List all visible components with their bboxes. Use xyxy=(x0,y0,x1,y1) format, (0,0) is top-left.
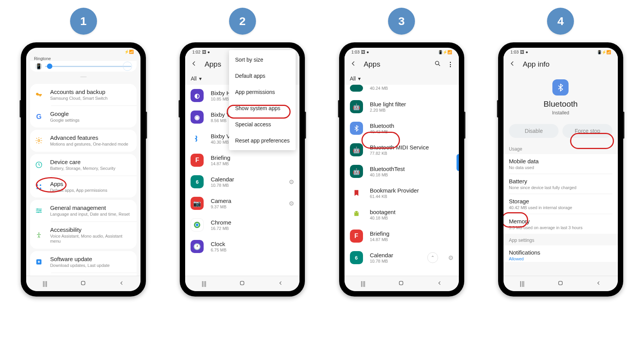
ringtone-slider[interactable]: 📳 xyxy=(30,61,137,72)
info-notifications[interactable]: NotificationsAllowed xyxy=(503,245,618,262)
svg-point-0 xyxy=(38,140,40,142)
app-bluetooth[interactable]: Bluetooth40.42 MB xyxy=(345,117,459,139)
back-icon[interactable] xyxy=(350,60,357,69)
bluetooth-icon xyxy=(552,79,569,96)
key-icon xyxy=(34,90,44,100)
svg-point-3 xyxy=(40,184,41,186)
svg-point-7 xyxy=(40,210,41,211)
device-care-icon xyxy=(34,160,44,170)
app-icon: 🤖 xyxy=(350,143,363,156)
menu-reset-app-preferences[interactable]: Reset app preferences xyxy=(229,132,296,149)
sliders-icon xyxy=(34,206,44,216)
app-icon: ◐ xyxy=(191,89,204,102)
svg-point-9 xyxy=(38,232,39,233)
phone-frame-1: ⚡📶 Ringtone 📳 — Accounts and backupSamsu… xyxy=(21,42,146,297)
nav-back[interactable] xyxy=(278,280,283,287)
nav-back[interactable] xyxy=(437,280,442,287)
svg-point-18 xyxy=(355,212,356,213)
app-icon xyxy=(191,218,204,231)
setting-accessibility[interactable]: AccessibilityVoice Assistant, Mono audio… xyxy=(51,221,137,248)
disable-button[interactable]: Disable xyxy=(509,124,559,138)
search-icon[interactable] xyxy=(434,60,441,69)
force-stop-button[interactable]: Force stop xyxy=(562,124,612,138)
phone-frame-3: 1:03🖼 ● 📳⚡📶 Apps ⋮ All ▾ 40.24 MB xyxy=(339,42,464,297)
setting-user-manual[interactable]: User manual xyxy=(51,273,137,276)
app-bluetooth-midi[interactable]: 🤖 Bluetooth MIDI Service77.82 KB xyxy=(345,139,459,161)
statusbar: ⚡📶 xyxy=(26,48,141,55)
nav-home[interactable] xyxy=(239,280,245,288)
nav-home[interactable] xyxy=(398,280,404,288)
nav-recents[interactable]: ||| xyxy=(202,280,206,287)
nav-back[interactable] xyxy=(596,280,601,287)
statusbar: 1:03🖼 ● 📳⚡📶 xyxy=(503,48,618,56)
app-camera[interactable]: 📷 Camera9.37 MB ⚙ xyxy=(185,193,299,214)
app-icon xyxy=(350,208,363,221)
svg-rect-21 xyxy=(559,281,562,285)
menu-app-permissions[interactable]: App permissions xyxy=(229,84,296,100)
step-badge-1: 1 xyxy=(70,8,97,35)
info-storage[interactable]: Storage40.42 MB used in internal storage xyxy=(503,194,618,214)
nav-recents[interactable]: ||| xyxy=(361,280,365,287)
app-icon: 🤖 xyxy=(350,165,363,178)
gear-icon[interactable]: ⚙ xyxy=(289,200,294,207)
nav-home[interactable] xyxy=(557,280,564,288)
gear-icon[interactable]: ⚙ xyxy=(289,178,294,186)
update-icon xyxy=(34,257,44,267)
menu-show-system-apps[interactable]: Show system apps xyxy=(229,100,296,116)
svg-rect-12 xyxy=(81,281,85,285)
setting-google[interactable]: G GoogleGoogle settings xyxy=(51,106,137,127)
app-icon: ◉ xyxy=(191,111,204,124)
setting-apps[interactable]: AppsDefault apps, App permissions xyxy=(51,176,137,198)
edge-panel-handle[interactable] xyxy=(457,154,459,171)
app-blue-light-filter[interactable]: 🤖 Blue light filter2.20 MB xyxy=(345,96,459,117)
app-icon: 6 xyxy=(191,175,204,188)
setting-device-care[interactable]: Device careBattery, Storage, Memory, Sec… xyxy=(30,154,137,176)
apps-icon xyxy=(34,182,44,192)
setting-software-update[interactable]: Software updateDownload updates, Last up… xyxy=(30,251,137,273)
app-partial[interactable]: 40.24 MB xyxy=(345,85,459,96)
app-calendar[interactable]: 6 Calendar10.78 MB ⌃ ⚙ xyxy=(345,247,459,268)
nav-home[interactable] xyxy=(80,280,86,288)
app-chrome[interactable]: Chrome16.72 MB xyxy=(185,214,299,236)
nav-recents[interactable]: ||| xyxy=(43,280,47,287)
statusbar: 1:03🖼 ● 📳⚡📶 xyxy=(345,48,459,56)
setting-advanced-features[interactable]: Advanced featuresMotions and gestures, O… xyxy=(30,130,137,151)
scroll-top-button[interactable]: ⌃ xyxy=(427,252,438,263)
install-status: Installed xyxy=(503,110,618,116)
setting-general-management[interactable]: General managementLanguage and input, Da… xyxy=(30,200,137,221)
app-icon xyxy=(191,132,204,145)
usage-header: Usage xyxy=(503,142,618,154)
app-icon xyxy=(350,85,363,92)
info-memory[interactable]: Memory5.3 MB used on average in last 3 h… xyxy=(503,214,618,234)
gear-icon[interactable]: ⚙ xyxy=(448,254,453,261)
app-settings-header: App settings xyxy=(503,234,618,245)
svg-point-5 xyxy=(40,188,41,189)
menu-default-apps[interactable]: Default apps xyxy=(229,68,296,84)
app-briefing[interactable]: F Briefing14.87 MB xyxy=(345,225,459,247)
app-icon: 6 xyxy=(350,251,363,264)
nav-recents[interactable]: ||| xyxy=(520,280,524,287)
back-icon[interactable] xyxy=(509,60,516,69)
navbar: ||| xyxy=(185,276,299,291)
menu-sort-by-size[interactable]: Sort by size xyxy=(229,52,296,68)
app-bookmark-provider[interactable]: Bookmark Provider61.44 KB xyxy=(345,182,459,204)
info-battery[interactable]: BatteryNone since device last fully char… xyxy=(503,174,618,194)
app-bootagent[interactable]: bootagent40.18 MB xyxy=(345,204,459,225)
app-calendar[interactable]: 6 Calendar10.78 MB ⚙ xyxy=(185,171,299,193)
menu-special-access[interactable]: Special access xyxy=(229,116,296,132)
app-bluetooth-test[interactable]: 🤖 BluetoothTest40.18 MB xyxy=(345,161,459,182)
info-mobile-data[interactable]: Mobile dataNo data used xyxy=(503,154,618,174)
accessibility-icon xyxy=(34,230,44,240)
step-badge-2: 2 xyxy=(229,8,256,35)
svg-point-2 xyxy=(37,184,38,186)
app-clock[interactable]: 🕐 Clock6.75 MB xyxy=(185,236,299,257)
filter-all[interactable]: All ▾ xyxy=(345,72,459,85)
setting-accounts-backup[interactable]: Accounts and backupSamsung Cloud, Smart … xyxy=(30,84,137,106)
step-badge-4: 4 xyxy=(547,8,574,35)
svg-point-6 xyxy=(37,208,38,209)
app-briefing[interactable]: F Briefing14.87 MB xyxy=(185,149,299,171)
more-icon[interactable]: ⋮ xyxy=(447,61,453,68)
back-icon[interactable] xyxy=(191,60,197,69)
nav-back[interactable] xyxy=(119,280,124,287)
svg-point-19 xyxy=(357,212,358,213)
